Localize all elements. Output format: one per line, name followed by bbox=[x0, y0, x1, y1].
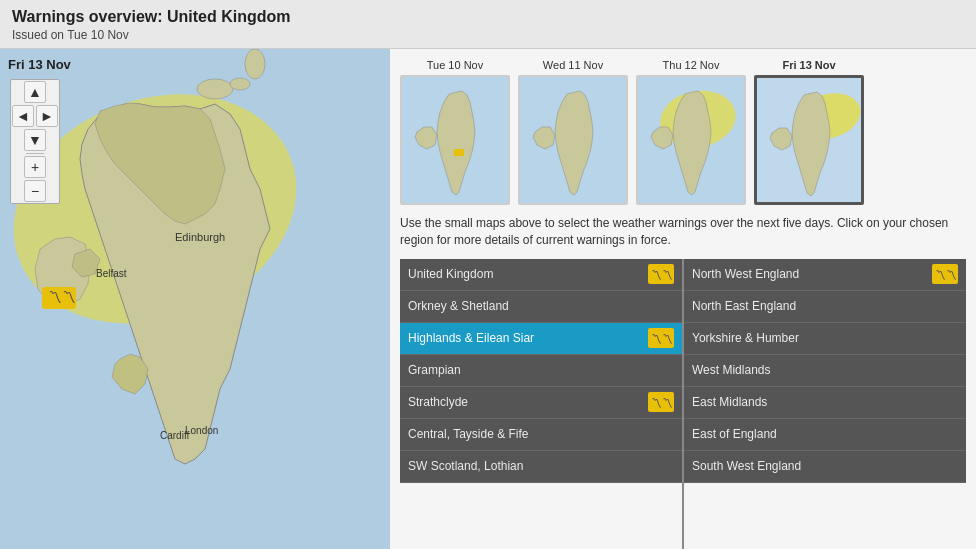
region-row-sw-england[interactable]: South West England bbox=[684, 451, 966, 483]
region-name: SW Scotland, Lothian bbox=[408, 459, 674, 473]
regions-left-column: United Kingdom 〽〽 Orkney & Shetland High… bbox=[400, 259, 682, 549]
region-row-orkney[interactable]: Orkney & Shetland bbox=[400, 291, 682, 323]
svg-text:〽〽: 〽〽 bbox=[651, 333, 672, 345]
zoom-out-button[interactable]: − bbox=[24, 180, 46, 202]
right-panel: Tue 10 Nov Wed 11 Nov bbox=[390, 49, 976, 549]
region-name: United Kingdom bbox=[408, 267, 648, 281]
svg-text:〽〽: 〽〽 bbox=[48, 289, 76, 305]
region-row-yorkshire[interactable]: Yorkshire & Humber bbox=[684, 323, 966, 355]
svg-point-4 bbox=[245, 49, 265, 79]
issued-date: Issued on Tue 10 Nov bbox=[12, 28, 964, 42]
pan-left-button[interactable]: ◄ bbox=[12, 105, 34, 127]
region-name: Strathclyde bbox=[408, 395, 648, 409]
region-name: North West England bbox=[692, 267, 932, 281]
warning-badge: 〽〽 bbox=[648, 264, 674, 284]
svg-rect-12 bbox=[454, 149, 464, 156]
region-name: South West England bbox=[692, 459, 958, 473]
svg-text:Belfast: Belfast bbox=[96, 268, 127, 279]
mini-map-wed[interactable]: Wed 11 Nov bbox=[518, 59, 628, 205]
svg-text:〽〽: 〽〽 bbox=[651, 397, 672, 409]
mini-map-thu-label: Thu 12 Nov bbox=[663, 59, 720, 71]
map-controls: ▲ ◄ ► ▼ + − bbox=[10, 79, 60, 204]
region-row-sw-scotland[interactable]: SW Scotland, Lothian bbox=[400, 451, 682, 483]
region-row-strathclyde[interactable]: Strathclyde 〽〽 bbox=[400, 387, 682, 419]
region-name: East Midlands bbox=[692, 395, 958, 409]
mini-map-tue-label: Tue 10 Nov bbox=[427, 59, 483, 71]
mini-map-tue-frame bbox=[400, 75, 510, 205]
mini-map-wed-frame bbox=[518, 75, 628, 205]
region-row-ne-england[interactable]: North East England bbox=[684, 291, 966, 323]
svg-text:〽〽: 〽〽 bbox=[935, 269, 956, 281]
mini-map-tue[interactable]: Tue 10 Nov bbox=[400, 59, 510, 205]
region-row-united-kingdom[interactable]: United Kingdom 〽〽 bbox=[400, 259, 682, 291]
region-name: Yorkshire & Humber bbox=[692, 331, 958, 345]
mini-map-thu[interactable]: Thu 12 Nov bbox=[636, 59, 746, 205]
region-name: West Midlands bbox=[692, 363, 958, 377]
map-date-label: Fri 13 Nov bbox=[8, 57, 71, 72]
main-content: Fri 13 Nov ▲ ◄ ► ▼ + − bbox=[0, 49, 976, 549]
mini-map-fri-frame bbox=[754, 75, 864, 205]
regions-table: United Kingdom 〽〽 Orkney & Shetland High… bbox=[400, 259, 966, 549]
region-name: Central, Tayside & Fife bbox=[408, 427, 674, 441]
description-text: Use the small maps above to select the w… bbox=[400, 215, 966, 249]
region-name: Highlands & Eilean Siar bbox=[408, 331, 648, 345]
pan-down-button[interactable]: ▼ bbox=[24, 129, 46, 151]
region-row-nw-england[interactable]: North West England 〽〽 bbox=[684, 259, 966, 291]
regions-right-column: North West England 〽〽 North East England… bbox=[684, 259, 966, 549]
region-row-east-midlands[interactable]: East Midlands bbox=[684, 387, 966, 419]
mini-map-wed-label: Wed 11 Nov bbox=[543, 59, 603, 71]
header-bar: Warnings overview: United Kingdom Issued… bbox=[0, 0, 976, 49]
pan-up-button[interactable]: ▲ bbox=[24, 81, 46, 103]
pan-right-button[interactable]: ► bbox=[36, 105, 58, 127]
region-row-central[interactable]: Central, Tayside & Fife bbox=[400, 419, 682, 451]
mini-map-fri-label: Fri 13 Nov bbox=[782, 59, 835, 71]
svg-text:〽〽: 〽〽 bbox=[651, 269, 672, 281]
zoom-in-button[interactable]: + bbox=[24, 156, 46, 178]
region-row-west-midlands[interactable]: West Midlands bbox=[684, 355, 966, 387]
mini-map-thu-frame bbox=[636, 75, 746, 205]
page-title: Warnings overview: United Kingdom bbox=[12, 8, 964, 26]
region-name: North East England bbox=[692, 299, 958, 313]
map-panel: Fri 13 Nov ▲ ◄ ► ▼ + − bbox=[0, 49, 390, 549]
region-row-grampian[interactable]: Grampian bbox=[400, 355, 682, 387]
region-name: Grampian bbox=[408, 363, 674, 377]
region-row-highlands[interactable]: Highlands & Eilean Siar 〽〽 bbox=[400, 323, 682, 355]
warning-badge: 〽〽 bbox=[932, 264, 958, 284]
mini-maps-row: Tue 10 Nov Wed 11 Nov bbox=[400, 59, 966, 205]
svg-text:Edinburgh: Edinburgh bbox=[175, 231, 225, 243]
svg-point-3 bbox=[230, 78, 250, 90]
region-name: East of England bbox=[692, 427, 958, 441]
mini-map-fri[interactable]: Fri 13 Nov bbox=[754, 59, 864, 205]
warning-badge: 〽〽 bbox=[648, 392, 674, 412]
warning-badge: 〽〽 bbox=[648, 328, 674, 348]
region-row-east-england[interactable]: East of England bbox=[684, 419, 966, 451]
control-separator bbox=[26, 153, 44, 154]
svg-text:London: London bbox=[185, 425, 218, 436]
region-name: Orkney & Shetland bbox=[408, 299, 674, 313]
svg-point-2 bbox=[197, 79, 233, 99]
